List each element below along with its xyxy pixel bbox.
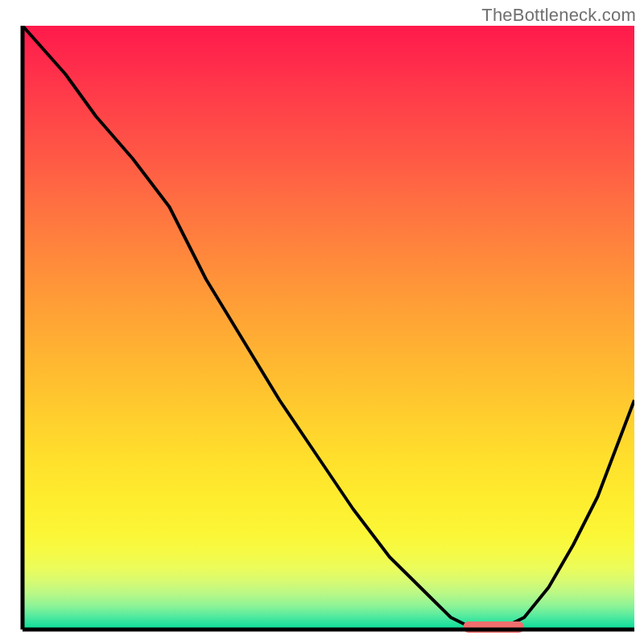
gradient-background: [23, 26, 634, 630]
watermark-text: TheBottleneck.com: [481, 5, 636, 26]
bottleneck-chart: [0, 0, 644, 644]
chart-container: TheBottleneck.com: [0, 0, 644, 644]
